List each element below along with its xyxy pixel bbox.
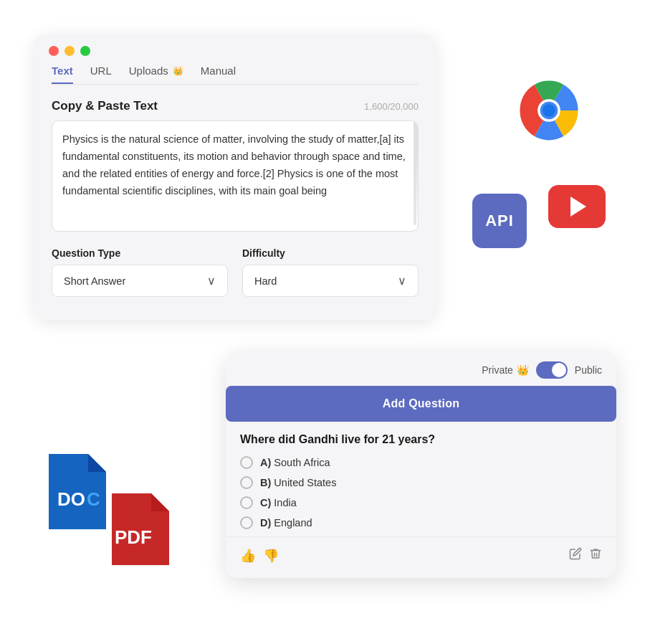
radio-d[interactable] (240, 516, 253, 529)
difficulty-label: Difficulty (242, 247, 419, 259)
option-b-label: B) United States (260, 477, 336, 488)
titlebar (34, 34, 436, 65)
thumbdown-icon[interactable]: 👎 (263, 548, 279, 564)
api-text: API (485, 212, 514, 230)
svg-text:DO: DO (57, 488, 85, 510)
play-icon (570, 196, 586, 217)
toggle-thumb (552, 363, 566, 377)
trash-icon[interactable] (589, 547, 602, 564)
option-d-row: D) England (240, 516, 602, 529)
option-c-row: C) India (240, 496, 602, 509)
doc-icon: DO C (42, 454, 106, 529)
dot-green (80, 46, 90, 56)
footer-right-icons (569, 547, 602, 564)
section-title: Copy & Paste Text (52, 99, 158, 113)
uploads-crown-icon: 👑 (173, 66, 183, 76)
tab-text[interactable]: Text (52, 65, 73, 84)
tab-uploads[interactable]: Uploads 👑 (129, 65, 183, 84)
question-type-value: Short Answer (64, 275, 125, 287)
radio-c[interactable] (240, 496, 253, 509)
toggle-row: Private 👑 Public (226, 351, 616, 386)
section-header: Copy & Paste Text 1,600/20,000 (52, 99, 419, 113)
text-input-area[interactable]: Physics is the natural science of matter… (52, 120, 419, 232)
tabs-row: Text URL Uploads 👑 Manual (52, 65, 419, 85)
private-label: Private 👑 (482, 364, 529, 376)
chevron-down-icon: ∨ (207, 274, 216, 288)
chrome-icon (517, 79, 580, 142)
difficulty-select[interactable]: Hard ∨ (242, 265, 419, 297)
tab-url[interactable]: URL (90, 65, 112, 84)
svg-point-3 (543, 104, 555, 117)
pdf-icon: PDF (106, 493, 169, 565)
tab-manual[interactable]: Manual (201, 65, 236, 84)
footer-left-icons: 👍 👎 (240, 548, 279, 564)
option-a-row: A) South Africa (240, 456, 602, 469)
difficulty-group: Difficulty Hard ∨ (242, 247, 419, 297)
quiz-card: Private 👑 Public Add Question Where did … (226, 351, 616, 578)
input-card: Text URL Uploads 👑 Manual Copy & Paste T… (34, 34, 436, 320)
question-type-label: Question Type (52, 247, 228, 259)
radio-b[interactable] (240, 476, 253, 489)
chevron-down-icon-2: ∨ (398, 274, 406, 288)
option-a-label: A) South Africa (260, 457, 330, 468)
radio-a[interactable] (240, 456, 253, 469)
public-label: Public (575, 364, 602, 376)
edit-icon[interactable] (569, 547, 582, 564)
question-type-group: Question Type Short Answer ∨ (52, 247, 228, 297)
difficulty-value: Hard (254, 275, 277, 287)
char-count: 1,600/20,000 (364, 101, 419, 112)
dot-red (49, 46, 59, 56)
svg-text:C: C (87, 488, 100, 510)
thumbup-icon[interactable]: 👍 (240, 548, 256, 564)
dropdowns-row: Question Type Short Answer ∨ Difficulty … (52, 247, 419, 297)
visibility-toggle[interactable] (536, 361, 568, 379)
quiz-card-footer: 👍 👎 (226, 536, 616, 567)
youtube-icon (548, 185, 606, 228)
option-d-label: D) England (260, 517, 312, 529)
add-question-button[interactable]: Add Question (226, 386, 616, 422)
question-type-select[interactable]: Short Answer ∨ (52, 265, 228, 297)
option-b-row: B) United States (240, 476, 602, 489)
private-crown-icon: 👑 (517, 364, 529, 376)
question-block: Where did Gandhi live for 21 years? A) S… (226, 422, 616, 529)
question-text: Where did Gandhi live for 21 years? (240, 433, 602, 446)
option-c-label: C) India (260, 497, 297, 508)
text-content: Physics is the natural science of matter… (62, 133, 406, 196)
api-badge: API (472, 194, 527, 248)
svg-text:PDF: PDF (115, 526, 152, 548)
dot-yellow (64, 46, 75, 56)
